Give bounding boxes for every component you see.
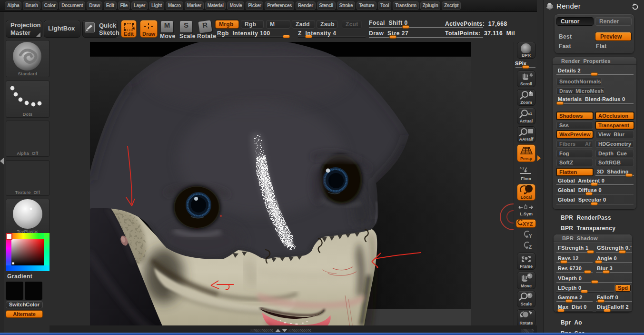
svg-text:XYZ: XYZ: [523, 221, 533, 227]
svg-text:Z: Z: [529, 244, 532, 250]
svg-text:x y z: x y z: [520, 166, 527, 170]
svg-text:x1: x1: [528, 112, 532, 116]
svg-text:Y: Y: [529, 233, 532, 239]
